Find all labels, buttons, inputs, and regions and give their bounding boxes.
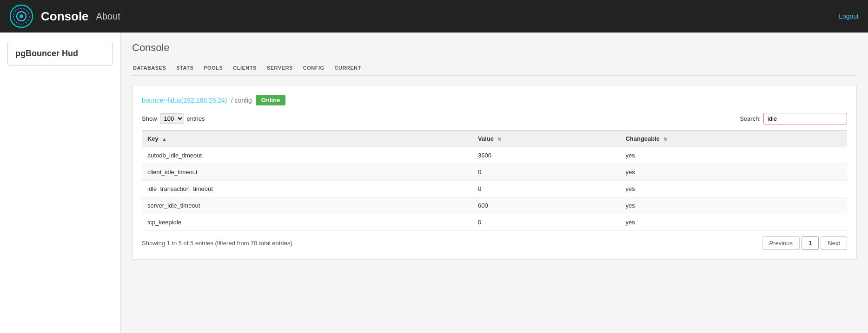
- previous-button[interactable]: Previous: [762, 236, 800, 250]
- entries-select[interactable]: 10 25 50 100: [160, 113, 184, 124]
- cell-value: 0: [472, 164, 620, 181]
- tab-databases[interactable]: DATABASES: [132, 61, 167, 75]
- tab-pools[interactable]: POOLS: [203, 61, 224, 75]
- entries-label: entries: [187, 115, 205, 122]
- search-row: Search:: [740, 113, 847, 124]
- table-header: Key ▲ Value ⇅ Changeable ⇅: [142, 131, 847, 147]
- logo-icon: [9, 4, 33, 28]
- header: Console About Logout: [0, 0, 868, 33]
- table-row: autodb_idle_timeout3600yes: [142, 147, 847, 164]
- sidebar-title: pgBouncer Hud: [7, 42, 113, 65]
- page-title: Console: [132, 42, 857, 54]
- search-input[interactable]: [763, 113, 847, 124]
- about-link[interactable]: About: [96, 11, 120, 22]
- cell-value: 600: [472, 197, 620, 214]
- breadcrumb-row: bouncer-fidus(192.168.26.24) / config On…: [142, 95, 847, 105]
- col-value[interactable]: Value ⇅: [472, 131, 620, 147]
- show-label: Show: [142, 115, 157, 122]
- cell-value: 0: [472, 214, 620, 231]
- layout: pgBouncer Hud Console DATABASES STATS PO…: [0, 33, 868, 333]
- app-title: Console: [41, 9, 89, 24]
- tab-config[interactable]: CONFIG: [302, 61, 325, 75]
- main-content: Console DATABASES STATS POOLS CLIENTS SE…: [121, 33, 868, 333]
- status-badge: Online: [256, 95, 285, 105]
- table-footer: Showing 1 to 5 of 5 entries (filtered fr…: [142, 236, 847, 250]
- table-header-row: Key ▲ Value ⇅ Changeable ⇅: [142, 131, 847, 147]
- show-entries-left: Show 10 25 50 100 entries: [142, 113, 205, 124]
- cell-value: 3600: [472, 147, 620, 164]
- breadcrumb-separator: / config: [231, 97, 252, 104]
- table-row: server_idle_timeout600yes: [142, 197, 847, 214]
- cell-key: client_idle_timeout: [142, 164, 472, 181]
- tab-current[interactable]: CURRENT: [334, 61, 362, 75]
- col-value-label: Value: [478, 135, 494, 142]
- svg-point-3: [20, 14, 23, 18]
- content-card: bouncer-fidus(192.168.26.24) / config On…: [132, 85, 857, 260]
- next-button[interactable]: Next: [821, 236, 847, 250]
- cell-key: server_idle_timeout: [142, 197, 472, 214]
- table-row: tcp_keepidle0yes: [142, 214, 847, 231]
- tab-servers[interactable]: SERVERS: [266, 61, 294, 75]
- cell-key: tcp_keepidle: [142, 214, 472, 231]
- cell-changeable: yes: [620, 164, 847, 181]
- sort-value-icon: ⇅: [497, 137, 501, 142]
- show-entries-row: Show 10 25 50 100 entries Search:: [142, 113, 847, 124]
- col-key[interactable]: Key ▲: [142, 131, 472, 147]
- col-changeable-label: Changeable: [625, 135, 660, 142]
- breadcrumb-link[interactable]: bouncer-fidus(192.168.26.24): [142, 97, 227, 104]
- page-1-button[interactable]: 1: [802, 236, 819, 250]
- sort-key-icon: ▲: [162, 137, 166, 142]
- table-row: idle_transaction_timeout0yes: [142, 181, 847, 197]
- tab-stats[interactable]: STATS: [175, 61, 194, 75]
- sidebar: pgBouncer Hud: [0, 33, 121, 333]
- search-label: Search:: [740, 115, 761, 122]
- tab-clients[interactable]: CLIENTS: [232, 61, 258, 75]
- cell-value: 0: [472, 181, 620, 197]
- nav-tabs: DATABASES STATS POOLS CLIENTS SERVERS CO…: [132, 61, 857, 76]
- header-left: Console About: [9, 4, 120, 28]
- sort-changeable-icon: ⇅: [663, 137, 667, 142]
- cell-key: idle_transaction_timeout: [142, 181, 472, 197]
- cell-changeable: yes: [620, 197, 847, 214]
- col-changeable[interactable]: Changeable ⇅: [620, 131, 847, 147]
- logout-link[interactable]: Logout: [839, 13, 859, 20]
- pagination: Previous 1 Next: [762, 236, 847, 250]
- cell-changeable: yes: [620, 181, 847, 197]
- data-table: Key ▲ Value ⇅ Changeable ⇅ a: [142, 130, 847, 231]
- cell-changeable: yes: [620, 147, 847, 164]
- cell-key: autodb_idle_timeout: [142, 147, 472, 164]
- table-body: autodb_idle_timeout3600yesclient_idle_ti…: [142, 147, 847, 231]
- cell-changeable: yes: [620, 214, 847, 231]
- table-row: client_idle_timeout0yes: [142, 164, 847, 181]
- col-key-label: Key: [147, 135, 159, 142]
- table-summary: Showing 1 to 5 of 5 entries (filtered fr…: [142, 240, 292, 247]
